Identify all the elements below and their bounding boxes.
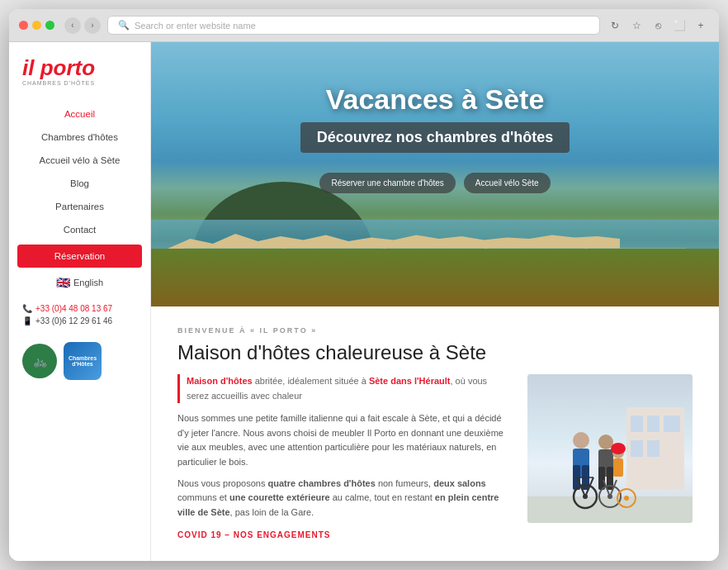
hero-section: Vacances à Sète Découvrez nos chambres d… bbox=[151, 42, 719, 306]
nav-item-velo[interactable]: Accueil vélo à Sète bbox=[9, 149, 150, 172]
browser-window: ‹ › 🔍 Search or enter website name ↻ ☆ ⎋… bbox=[9, 9, 719, 561]
nav-link-reservation[interactable]: Réservation bbox=[17, 245, 142, 268]
svg-rect-4 bbox=[631, 440, 643, 457]
nav-item-partenaires[interactable]: Partenaires bbox=[9, 195, 150, 218]
nav-link-blog[interactable]: Blog bbox=[9, 172, 150, 195]
section-title: Maison d'hôtes chaleureuse à Sète bbox=[177, 341, 693, 364]
chambres-hotes-badge: Chambresd'Hôtes bbox=[64, 342, 102, 380]
bookmark-button[interactable]: ☆ bbox=[628, 17, 645, 34]
svg-rect-6 bbox=[527, 496, 693, 523]
site-logo: il porto bbox=[22, 57, 137, 78]
flag-icon: 🇬🇧 bbox=[56, 276, 70, 289]
svg-rect-2 bbox=[647, 416, 659, 432]
intro-paragraph: Maison d'hôtes abritée, idéalement situé… bbox=[177, 374, 511, 403]
nav-link-velo[interactable]: Accueil vélo à Sète bbox=[9, 149, 150, 172]
accueil-velo-badge: 🚲 bbox=[22, 344, 57, 378]
hero-subtitle: Découvrez nos chambres d'hôtes bbox=[300, 122, 570, 153]
svg-rect-1 bbox=[631, 416, 643, 432]
browser-content: il porto chambres d'hôtes Accueil Chambr… bbox=[9, 42, 719, 561]
nav-item-chambres[interactable]: Chambres d'hôtes bbox=[9, 126, 150, 149]
nav-item-reservation[interactable]: Réservation bbox=[9, 245, 150, 268]
tab-button[interactable]: ⬜ bbox=[671, 17, 688, 34]
hero-buttons: Réserver une chambre d'hôtes Accueil vél… bbox=[184, 173, 686, 193]
nav-item-blog[interactable]: Blog bbox=[9, 172, 150, 195]
language-switcher[interactable]: 🇬🇧 English bbox=[9, 271, 150, 294]
nav-link-partenaires[interactable]: Partenaires bbox=[9, 195, 150, 218]
forward-button[interactable]: › bbox=[84, 17, 101, 34]
traffic-lights bbox=[19, 21, 54, 30]
family-illustration bbox=[527, 374, 693, 523]
family-svg bbox=[527, 374, 693, 523]
maximize-button[interactable] bbox=[45, 21, 54, 30]
minimize-button[interactable] bbox=[32, 21, 41, 30]
badges-area: 🚲 Chambresd'Hôtes bbox=[9, 335, 150, 387]
chambres-badge-text: Chambresd'Hôtes bbox=[69, 355, 97, 367]
address-bar[interactable]: 🔍 Search or enter website name bbox=[107, 16, 600, 35]
svg-rect-13 bbox=[598, 467, 605, 490]
main-content: Vacances à Sète Découvrez nos chambres d… bbox=[151, 42, 719, 561]
phone-item-1[interactable]: 📞 +33 (0)4 48 08 13 67 bbox=[22, 304, 137, 313]
section-layout: Maison d'hôtes abritée, idéalement situé… bbox=[177, 374, 693, 541]
nav-item-accueil[interactable]: Accueil bbox=[9, 102, 150, 126]
address-text: Search or enter website name bbox=[135, 21, 256, 31]
hero-text-block: Vacances à Sète Découvrez nos chambres d… bbox=[151, 83, 719, 193]
page-content-area: BIENVENUE À « IL PORTO » Maison d'hôtes … bbox=[151, 306, 719, 561]
phone-item-2[interactable]: 📱 +33 (0)6 12 29 61 46 bbox=[22, 316, 137, 325]
section-image bbox=[527, 374, 693, 523]
back-button[interactable]: ‹ bbox=[64, 17, 81, 34]
svg-point-7 bbox=[573, 432, 589, 449]
new-tab-button[interactable]: + bbox=[693, 17, 709, 34]
phone-icon-1: 📞 bbox=[22, 304, 32, 313]
svg-rect-3 bbox=[664, 416, 680, 432]
covid-link[interactable]: COVID 19 – NOS ENGAGEMENTS bbox=[177, 530, 330, 539]
svg-rect-5 bbox=[647, 440, 659, 457]
bienvenue-label: BIENVENUE À « IL PORTO » bbox=[177, 326, 693, 335]
body-paragraph-1: Nous sommes une petite famille italienne… bbox=[177, 411, 511, 469]
phone-number-2: +33 (0)6 12 29 61 46 bbox=[35, 316, 112, 325]
phone-number-1: +33 (0)4 48 08 13 67 bbox=[35, 304, 112, 313]
svg-point-16 bbox=[611, 443, 626, 454]
browser-actions: ↻ ☆ ⎋ ⬜ + bbox=[607, 17, 709, 34]
logo-subtitle: chambres d'hôtes bbox=[22, 80, 137, 86]
language-label: English bbox=[73, 278, 103, 287]
logo-area: il porto chambres d'hôtes bbox=[9, 42, 150, 96]
share-button[interactable]: ⎋ bbox=[650, 17, 666, 34]
reserve-button[interactable]: Réserver une chambre d'hôtes bbox=[319, 173, 455, 193]
close-button[interactable] bbox=[19, 21, 28, 30]
refresh-button[interactable]: ↻ bbox=[607, 17, 623, 34]
phone-icon-2: 📱 bbox=[22, 316, 32, 325]
browser-nav-buttons: ‹ › bbox=[64, 17, 101, 34]
velo-button[interactable]: Accueil vélo Sète bbox=[464, 173, 551, 193]
svg-rect-17 bbox=[613, 458, 623, 477]
nav-link-contact[interactable]: Contact bbox=[9, 218, 150, 241]
nav-link-chambres[interactable]: Chambres d'hôtes bbox=[9, 126, 150, 149]
section-text: Maison d'hôtes abritée, idéalement situé… bbox=[177, 374, 511, 541]
search-icon: 🔍 bbox=[118, 20, 130, 31]
browser-chrome: ‹ › 🔍 Search or enter website name ↻ ☆ ⎋… bbox=[9, 9, 719, 42]
nav-item-contact[interactable]: Contact bbox=[9, 218, 150, 241]
svg-point-23 bbox=[624, 496, 629, 501]
hero-title: Vacances à Sète bbox=[184, 83, 686, 116]
nav-link-accueil[interactable]: Accueil bbox=[9, 102, 150, 126]
phone-section: 📞 +33 (0)4 48 08 13 67 📱 +33 (0)6 12 29 … bbox=[9, 294, 150, 335]
nav-menu: Accueil Chambres d'hôtes Accueil vélo à … bbox=[9, 102, 150, 268]
sidebar: il porto chambres d'hôtes Accueil Chambr… bbox=[9, 42, 151, 561]
body-paragraph-2: Nous vous proposons quatre chambres d'hô… bbox=[177, 477, 511, 520]
badge-icon: 🚲 bbox=[33, 354, 47, 368]
